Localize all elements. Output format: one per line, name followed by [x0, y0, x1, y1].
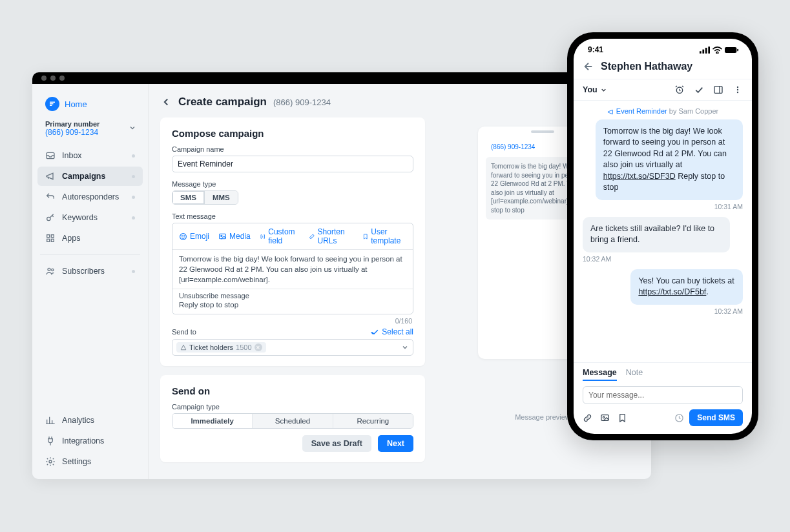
cellular-icon: [700, 46, 710, 54]
tab-note[interactable]: Note: [626, 368, 643, 381]
svg-rect-19: [725, 46, 736, 52]
chip-label: Ticket holders: [189, 343, 233, 351]
toolbar-media[interactable]: Media: [218, 227, 251, 245]
sidebar-item-keywords[interactable]: Keywords: [37, 208, 143, 227]
sidebar-item-label: Analytics: [62, 416, 94, 425]
message-link[interactable]: https://txt.so/DF5bf: [638, 287, 706, 296]
sendto-label: Send to: [172, 328, 196, 336]
sidebar-item-settings[interactable]: Settings: [37, 452, 143, 471]
sidebar-item-campaigns[interactable]: Campaigns: [37, 167, 143, 186]
logo-home[interactable]: Home: [37, 93, 143, 120]
panel-icon[interactable]: [713, 85, 723, 95]
more-icon[interactable]: [733, 85, 743, 95]
status-dot: [132, 270, 135, 273]
status-icons: [700, 46, 739, 54]
sidebar-item-inbox[interactable]: Inbox: [37, 146, 143, 165]
message-thread: Event Reminder by Sam Copper Tomorrow is…: [574, 101, 752, 362]
status-time: 9:41: [588, 45, 603, 54]
event-name: Event Reminder: [616, 107, 667, 115]
tab-recurring[interactable]: Recurring: [333, 414, 413, 428]
snooze-icon[interactable]: [674, 85, 685, 95]
message-type-toggle: SMS MMS: [172, 190, 238, 205]
sendon-title: Send on: [172, 385, 413, 396]
sidebar-item-subscribers[interactable]: Subscribers: [37, 261, 143, 281]
schedule-icon[interactable]: [674, 413, 684, 423]
chevron-down-icon: [401, 343, 409, 351]
toolbar-shorten-urls[interactable]: Shorten URLs: [309, 227, 353, 245]
megaphone-icon: [607, 108, 614, 116]
text-message-label: Text message: [172, 212, 413, 220]
phone-subheader: You: [574, 79, 752, 101]
plug-icon: [45, 436, 56, 446]
traffic-light-close[interactable]: [41, 76, 47, 81]
status-dot: [132, 216, 135, 220]
sidebar-item-label: Keywords: [62, 213, 98, 222]
window-titlebar: [32, 72, 651, 84]
drag-handle-icon[interactable]: [531, 130, 554, 133]
toolbar-custom-field[interactable]: Custom field: [260, 227, 300, 245]
char-count: 0/160: [172, 314, 413, 325]
svg-point-7: [52, 269, 54, 271]
primary-number-value: (866) 909-1234: [45, 128, 135, 137]
send-sms-button[interactable]: Send SMS: [689, 409, 743, 426]
page-header: Create campaign (866) 909-1234: [160, 96, 636, 118]
campaign-name-input[interactable]: [172, 156, 413, 172]
sidebar-item-label: Apps: [62, 234, 81, 243]
toolbar-user-template[interactable]: User template: [362, 227, 406, 245]
svg-rect-17: [705, 47, 707, 53]
primary-number-selector[interactable]: Primary number (866) 909-1234: [37, 120, 143, 143]
traffic-light-min[interactable]: [50, 76, 56, 81]
unsubscribe-text[interactable]: Reply stop to stop: [172, 300, 413, 314]
recipients-select[interactable]: Ticket holders 1500 ✕: [172, 339, 413, 356]
grid-icon: [45, 233, 56, 243]
sidebar-item-apps[interactable]: Apps: [37, 229, 143, 248]
tab-message[interactable]: Message: [583, 368, 617, 381]
seg-sms[interactable]: SMS: [172, 191, 204, 204]
check-icon[interactable]: [694, 85, 704, 95]
timestamp: 10:32 AM: [583, 307, 743, 315]
campaign-type-label: Campaign type: [172, 403, 413, 411]
svg-point-1: [47, 217, 50, 220]
page-phone: (866) 909-1234: [273, 97, 331, 107]
svg-rect-18: [708, 46, 710, 54]
tab-immediately[interactable]: Immediately: [172, 414, 253, 428]
sidebar-item-label: Subscribers: [62, 267, 105, 276]
sidebar-item-analytics[interactable]: Analytics: [37, 411, 143, 430]
back-icon[interactable]: [160, 96, 172, 108]
phone-mockup: 9:41 Stephen Hathaway You: [567, 32, 758, 440]
event-tag: Event Reminder by Sam Copper: [583, 107, 743, 116]
toolbar-emoji[interactable]: Emoji: [179, 227, 209, 245]
divider: [40, 254, 140, 255]
link-icon[interactable]: [583, 413, 592, 423]
sidebar-item-autoresponders[interactable]: Autoresponders: [37, 187, 143, 207]
save-draft-button[interactable]: Save as Draft: [302, 435, 371, 452]
tab-scheduled[interactable]: Scheduled: [253, 414, 333, 428]
wifi-icon: [712, 46, 722, 54]
message-textarea[interactable]: Tomorrow is the big day! We look forward…: [172, 250, 413, 289]
battery-icon: [725, 46, 739, 54]
unsubscribe-label: Unsubscribe message: [172, 289, 413, 300]
bookmark-icon[interactable]: [618, 413, 627, 423]
image-icon[interactable]: [600, 413, 610, 423]
seg-mms[interactable]: MMS: [204, 191, 238, 204]
select-all-link[interactable]: Select all: [371, 327, 413, 336]
message-bubble-in: Are tickets still available? I'd like to…: [583, 217, 730, 252]
message-input[interactable]: [583, 386, 743, 404]
sidebar-item-label: Campaigns: [62, 172, 105, 181]
sidebar-item-integrations[interactable]: Integrations: [37, 431, 143, 451]
traffic-light-max[interactable]: [59, 76, 65, 81]
next-button[interactable]: Next: [378, 435, 413, 452]
timestamp: 10:32 AM: [583, 255, 743, 263]
back-arrow-icon[interactable]: [583, 61, 594, 72]
chevron-down-icon: [600, 87, 607, 94]
message-bubble-out: Tomorrow is the big day! We look forward…: [596, 119, 743, 200]
recipient-chip: Ticket holders 1500 ✕: [176, 342, 266, 353]
svg-rect-23: [714, 87, 722, 94]
sender-selector[interactable]: You: [583, 85, 607, 94]
chip-remove-icon[interactable]: ✕: [255, 343, 262, 351]
svg-point-27: [737, 92, 738, 93]
message-type-label: Message type: [172, 180, 413, 188]
message-link[interactable]: https://txt.so/SDF3D: [603, 172, 676, 181]
sidebar-item-label: Integrations: [62, 436, 104, 445]
megaphone-icon: [45, 171, 56, 181]
